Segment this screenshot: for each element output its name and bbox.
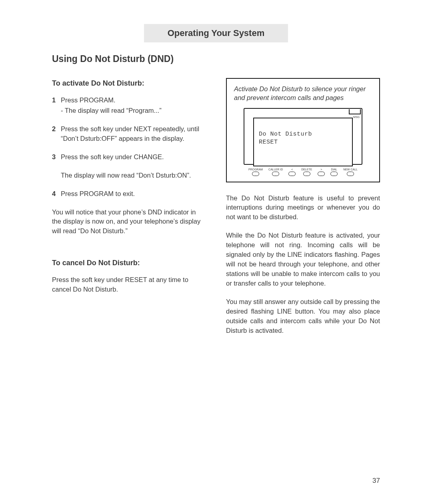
- button-shape-icon: [272, 172, 279, 176]
- step-number: 3: [52, 152, 61, 180]
- phone-button-label: >: [320, 168, 322, 171]
- cancel-paragraph: Press the soft key under RESET at any ti…: [52, 275, 206, 294]
- step-text: Press the soft key under NEXT repeatedly…: [61, 124, 206, 144]
- phone-button-label: CALLER ID: [268, 168, 283, 171]
- msg-slot-icon: [349, 109, 361, 114]
- callout-text: Activate Do Not Disturb to silence your …: [234, 84, 372, 102]
- step-number: 1: [52, 96, 61, 116]
- button-shape-icon: [303, 172, 310, 176]
- phone-illustration: MSG Do Not Disturb RESET PROGRAM CALLER …: [234, 108, 372, 176]
- step-text: Press PROGRAM.: [61, 96, 206, 105]
- step-text: Press PROGRAM to exit.: [61, 189, 206, 199]
- step-subtext: - The display will read “Program...”: [61, 106, 206, 116]
- right-paragraph-1: The Do Not Disturb feature is useful to …: [226, 194, 380, 222]
- step-number: 4: [52, 189, 61, 199]
- phone-button: CALLER ID: [268, 168, 283, 176]
- step-body: Press the soft key under NEXT repeatedly…: [61, 124, 206, 144]
- phone-screen: Do Not Disturb RESET: [253, 118, 353, 166]
- step-body: Press PROGRAM to exit.: [61, 189, 206, 199]
- page-title: Using Do Not Disturb (DND): [52, 54, 380, 64]
- phone-button: <: [288, 168, 296, 176]
- screen-line-1: Do Not Disturb: [259, 130, 347, 138]
- step-3: 3 Press the soft key under CHANGE. The d…: [52, 152, 206, 180]
- step-1: 1 Press PROGRAM. - The display will read…: [52, 96, 206, 116]
- phone-button-label: DELETE: [301, 168, 312, 171]
- phone-button: DELETE: [301, 168, 312, 176]
- step-body: Press the soft key under CHANGE. The dis…: [61, 152, 206, 180]
- phone-button: PROGRAM: [248, 168, 263, 176]
- page-number: 37: [372, 477, 380, 485]
- right-column: Activate Do Not Disturb to silence your …: [226, 78, 380, 344]
- callout-box: Activate Do Not Disturb to silence your …: [226, 78, 380, 182]
- phone-button: DIAL: [330, 168, 338, 176]
- step-body: Press PROGRAM. - The display will read “…: [61, 96, 206, 116]
- section-header: Operating Your System: [144, 24, 288, 42]
- left-column: To activate Do Not Disturb: 1 Press PROG…: [52, 78, 206, 344]
- phone-button-label: PROGRAM: [248, 168, 263, 171]
- phone-button-label: <: [291, 168, 293, 171]
- phone-button: >: [318, 168, 325, 176]
- step-text: Press the soft key under CHANGE.: [61, 152, 206, 162]
- button-shape-icon: [330, 172, 338, 176]
- phone-button-label: NEW CALL: [343, 168, 358, 171]
- step-2: 2 Press the soft key under NEXT repeated…: [52, 124, 206, 144]
- button-shape-icon: [252, 172, 259, 176]
- phone-button-label: DIAL: [331, 168, 337, 171]
- content-columns: To activate Do Not Disturb: 1 Press PROG…: [52, 78, 380, 344]
- phone-button-row: PROGRAM CALLER ID < DELETE > DIAL NEW CA…: [244, 168, 362, 176]
- button-shape-icon: [288, 172, 296, 176]
- button-shape-icon: [347, 172, 354, 176]
- right-paragraph-2: While the Do Not Disturb feature is acti…: [226, 231, 380, 288]
- button-shape-icon: [318, 172, 325, 176]
- activate-heading: To activate Do Not Disturb:: [52, 78, 206, 88]
- step-subtext: The display will now read “Don’t Dsturb:…: [61, 171, 206, 180]
- cancel-heading: To cancel Do Not Disturb:: [52, 258, 206, 268]
- right-paragraph-3: You may still answer any outside call by…: [226, 297, 380, 336]
- phone-button: NEW CALL: [343, 168, 358, 176]
- step-number: 2: [52, 124, 61, 144]
- after-steps-paragraph: You will notice that your phone’s DND in…: [52, 208, 206, 236]
- screen-line-2: RESET: [259, 138, 347, 146]
- msg-label: MSG: [353, 115, 360, 119]
- step-4: 4 Press PROGRAM to exit.: [52, 189, 206, 199]
